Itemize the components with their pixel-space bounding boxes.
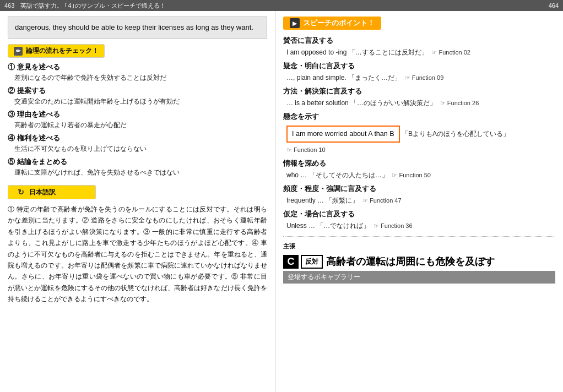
point-section-s2: 疑念・明白に言及する …, plain and simple. 「まったく…だ」… (283, 62, 555, 83)
point-section-s7: 仮定・場合に言及する Unless … 「…でなければ」 Function 36 (283, 210, 555, 231)
edit-icon: ✏ (14, 47, 23, 56)
point-content-s1: I am opposed to -ing 「…することには反対だ」 Functi… (286, 47, 555, 57)
function-ref-s3: Function 26 (440, 100, 479, 106)
logic-item-title: ③ 理由を述べる (8, 110, 267, 119)
logic-item-desc: 生活に不可欠なものを取り上げてはならない (14, 144, 267, 154)
point-title-s2: 疑念・明白に言及する (283, 62, 555, 71)
function-ref-s4: Function 10 (286, 146, 326, 153)
translation-header: ↻ 日本語訳 (8, 185, 96, 199)
top-bar: 463 英語で話す力。 ｢4｣のサンプル・スピーチで鍛える！ 464 (0, 0, 563, 11)
point-content-s4: I am more worried about A than B 「BよりもAの… (286, 123, 555, 155)
point-title-s1: 賛否に言及する (283, 36, 555, 46)
function-ref-s5: Function 50 (392, 172, 431, 178)
logic-item-title: ④ 権利を述べる (8, 133, 267, 143)
logic-item-title: ① 意見を述べる (8, 62, 267, 72)
vocab-bar: 登場するボキャブラリー (283, 271, 555, 284)
point-title-s4: 懸念を示す (283, 112, 555, 122)
label-hantai: 反対 (301, 255, 323, 269)
logic-item-desc: 運転に支障がなければ、免許を失効させるべきではない (14, 168, 267, 177)
point-section-s5: 情報を深める who … 「そしてその人たちは…」 Function 50 (283, 159, 555, 180)
point-section-s6: 頻度・程度・強調に言及する frequently … 「頻繁に」 Functio… (283, 184, 555, 205)
divider (283, 236, 555, 237)
point-content-s7: Unless … 「…でなければ」 Function 36 (286, 221, 555, 231)
section-c-title: 高齢者の運転は周囲にも危険を及ぼす (326, 255, 495, 269)
function-ref-s2: Function 09 (405, 74, 444, 81)
point-section-s1: 賛否に言及する I am opposed to -ing 「…することには反対だ… (283, 36, 555, 57)
translation-header-label: 日本語訳 (29, 188, 56, 197)
page-number-left: 463 英語で話す力。 ｢4｣のサンプル・スピーチで鍛える！ (4, 2, 166, 10)
point-title-s5: 情報を深める (283, 159, 555, 168)
point-title-s3: 方法・解決策に言及する (283, 87, 555, 96)
list-item: ⑤ 結論をまとめる 運転に支障がなければ、免許を失効させるべきではない (8, 157, 267, 177)
point-title-s7: 仮定・場合に言及する (283, 210, 555, 219)
logic-item-title: ② 提案する (8, 86, 267, 96)
point-title-s6: 頻度・程度・強調に言及する (283, 184, 555, 194)
logic-list: ① 意見を述べる 差別になるので年齢で免許を失効することは反対だ ② 提案する … (8, 62, 267, 177)
right-panel: ▶ スピーチのポイント！ 賛否に言及する I am opposed to -in… (275, 11, 563, 392)
main-content: dangerous, they should be able to keep t… (0, 11, 563, 392)
list-item: ② 提案する 交通安全のためには運転開始年齢を上げるほうが有効だ (8, 86, 267, 106)
point-section-s3: 方法・解決策に言及する … is a better solution 「…のほう… (283, 87, 555, 108)
page-number-right: 464 (549, 2, 559, 9)
speech-icon: ▶ (290, 18, 300, 28)
bottom-section-c: C 反対 高齢者の運転は周囲にも危険を及ぼす (283, 255, 555, 269)
point-content-s5: who … 「そしてその人たちは…」 Function 50 (286, 170, 555, 180)
point-content-s2: …, plain and simple. 「まったく…だ」 Function 0… (286, 73, 555, 83)
logic-item-title: ⑤ 結論をまとめる (8, 157, 267, 167)
logic-header-label: 論理の流れをチェック！ (26, 46, 99, 56)
list-item: ① 意見を述べる 差別になるので年齢で免許を失効することは反対だ (8, 62, 267, 83)
logic-item-desc: 差別になるので年齢で免許を失効することは反対だ (14, 73, 267, 83)
label-c: C (283, 255, 299, 269)
highlight-box: I am more worried about A than B (286, 126, 400, 143)
function-ref-s1: Function 02 (431, 49, 470, 56)
intro-text: dangerous, they should be able to keep t… (15, 23, 253, 31)
speech-points-label: スピーチのポイント！ (303, 18, 375, 28)
point-content-s6: frequently … 「頻繁に」 Function 47 (286, 195, 555, 205)
list-item: ③ 理由を述べる 高齢者の運転より若者の暴走が心配だ (8, 110, 267, 130)
translation-text: ① 特定の年齢で高齢者が免許を失うのをルールにすることには反対です。それは明らか… (8, 204, 267, 305)
logic-section-header: ✏ 論理の流れをチェック！ (8, 44, 105, 58)
intro-box: dangerous, they should be able to keep t… (8, 17, 267, 39)
function-ref-s7: Function 36 (373, 222, 413, 229)
logic-item-desc: 高齢者の運転より若者の暴走が心配だ (14, 121, 267, 130)
list-item: ④ 権利を述べる 生活に不可欠なものを取り上げてはならない (8, 133, 267, 154)
point-section-s4: 懸念を示す I am more worried about A than B 「… (283, 112, 555, 155)
refresh-icon: ↻ (16, 187, 26, 197)
logic-item-desc: 交通安全のためには運転開始年齢を上げるほうが有効だ (14, 97, 267, 106)
main-label: 主張 (283, 242, 555, 251)
speech-points-header: ▶ スピーチのポイント！ (283, 17, 381, 30)
left-panel: dangerous, they should be able to keep t… (0, 11, 275, 392)
point-content-s3: … is a better solution 「…のほうがいい解決策だ」 Fun… (286, 98, 555, 108)
function-ref-s6: Function 47 (362, 197, 402, 204)
